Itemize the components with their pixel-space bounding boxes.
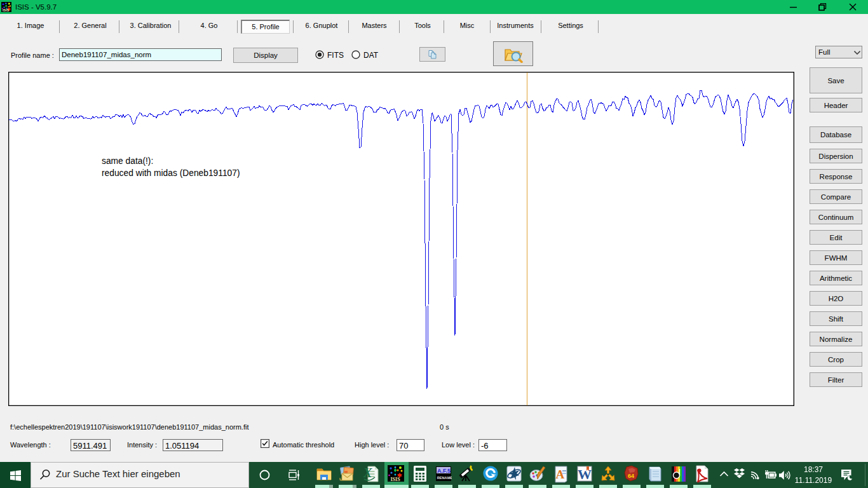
svg-text:A: A xyxy=(556,468,565,481)
svg-text:64: 64 xyxy=(628,473,634,479)
svg-text:A.F.5: A.F.5 xyxy=(437,468,451,474)
svg-text:X: X xyxy=(363,466,372,480)
svg-text:ISIS: ISIS xyxy=(3,8,10,12)
svg-text:ISIS: ISIS xyxy=(391,477,401,482)
svg-text:reduced with midas (Deneb19110: reduced with midas (Deneb191107) xyxy=(102,168,240,178)
svg-text:same data(!):: same data(!): xyxy=(102,156,153,166)
svg-text:RENAME: RENAME xyxy=(437,476,452,480)
svg-text:W: W xyxy=(578,466,592,482)
